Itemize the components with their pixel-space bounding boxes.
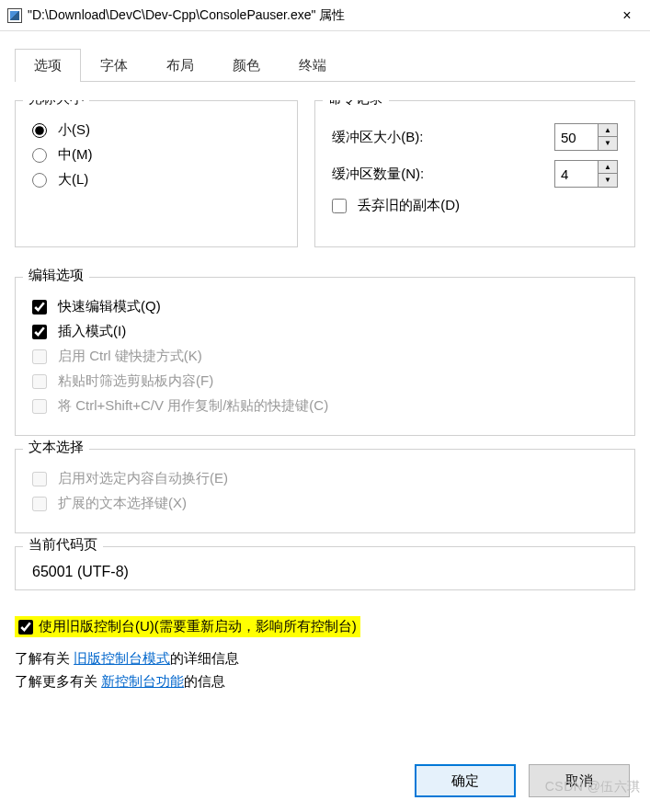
tab-options[interactable]: 选项 [15, 49, 81, 82]
wrap-select-checkbox [32, 472, 47, 486]
dialog-body: 选项 字体 布局 颜色 终端 光标大小 小(S) 中(M) 大(L) [0, 31, 650, 812]
ctrl-shift-checkbox [32, 399, 47, 414]
ctrl-shortcut-row: 启用 Ctrl 键快捷方式(K) [32, 348, 618, 365]
legacy-info-2: 了解更多有关 新控制台功能的信息 [15, 673, 635, 691]
buffer-size-row: 缓冲区大小(B): ▲ ▼ [332, 123, 618, 151]
cursor-large-row[interactable]: 大(L) [32, 171, 280, 189]
buffer-size-down[interactable]: ▼ [599, 137, 617, 150]
ext-select-label: 扩展的文本选择键(X) [58, 495, 187, 512]
text-select-group: 文本选择 启用对选定内容自动换行(E) 扩展的文本选择键(X) [15, 449, 635, 533]
edit-options-group: 编辑选项 快速编辑模式(Q) 插入模式(I) 启用 Ctrl 键快捷方式(K) … [15, 277, 635, 436]
tab-colors[interactable]: 颜色 [213, 49, 279, 82]
cmd-legend: 命令记录 [323, 100, 389, 108]
cmd-history-group: 命令记录 缓冲区大小(B): ▲ ▼ 缓冲区数量(N): [314, 100, 635, 247]
cursor-size-group: 光标大小 小(S) 中(M) 大(L) [15, 100, 298, 247]
cursor-large-label: 大(L) [58, 171, 88, 189]
app-icon [7, 8, 22, 23]
codepage-value: 65001 (UTF-8) [32, 560, 618, 584]
tab-font[interactable]: 字体 [81, 49, 147, 82]
ext-select-checkbox [32, 497, 47, 511]
legacy-mode-link[interactable]: 旧版控制台模式 [74, 650, 170, 666]
buffer-size-input[interactable] [555, 124, 598, 150]
quick-edit-row[interactable]: 快速编辑模式(Q) [32, 298, 618, 315]
textsel-legend: 文本选择 [23, 439, 89, 456]
cursor-small-label: 小(S) [58, 121, 90, 139]
codepage-legend: 当前代码页 [23, 536, 103, 554]
tab-terminal[interactable]: 终端 [279, 49, 346, 82]
cursor-medium-radio[interactable] [32, 148, 47, 163]
paste-filter-checkbox [32, 374, 47, 389]
legacy-info-1: 了解有关 旧版控制台模式的详细信息 [15, 650, 635, 668]
buffer-size-label: 缓冲区大小(B): [332, 129, 423, 146]
quick-edit-label: 快速编辑模式(Q) [58, 298, 161, 315]
ctrl-shift-label: 将 Ctrl+Shift+C/V 用作复制/粘贴的快捷键(C) [58, 397, 328, 415]
discard-old-row[interactable]: 丢弃旧的副本(D) [332, 197, 618, 214]
quick-edit-checkbox[interactable] [32, 300, 47, 315]
titlebar: "D:\Download\DevC\Dev-Cpp\ConsolePauser.… [0, 0, 650, 31]
codepage-group: 当前代码页 65001 (UTF-8) [15, 546, 635, 590]
legacy-console-row[interactable]: 使用旧版控制台(U)(需要重新启动，影响所有控制台) [15, 616, 360, 637]
cancel-button[interactable]: 取消 [529, 764, 630, 797]
ctrl-shortcut-checkbox [32, 349, 47, 364]
edit-legend: 编辑选项 [23, 267, 89, 284]
tab-content: 光标大小 小(S) 中(M) 大(L) 命令记录 缓冲区大小(B): [15, 100, 635, 751]
buffer-count-label: 缓冲区数量(N): [332, 166, 424, 183]
cursor-small-radio[interactable] [32, 123, 47, 138]
close-button[interactable]: × [606, 0, 648, 31]
cursor-large-radio[interactable] [32, 173, 47, 188]
wrap-select-row: 启用对选定内容自动换行(E) [32, 470, 618, 487]
discard-old-label: 丢弃旧的副本(D) [358, 197, 460, 214]
window-title: "D:\Download\DevC\Dev-Cpp\ConsolePauser.… [28, 7, 606, 24]
discard-old-checkbox[interactable] [332, 199, 347, 213]
ext-select-row: 扩展的文本选择键(X) [32, 495, 618, 512]
buffer-count-down[interactable]: ▼ [599, 174, 617, 187]
cursor-small-row[interactable]: 小(S) [32, 121, 280, 139]
buffer-size-up[interactable]: ▲ [599, 124, 617, 137]
cursor-legend: 光标大小 [23, 100, 89, 108]
legacy-console-checkbox[interactable] [18, 620, 33, 635]
cursor-medium-row[interactable]: 中(M) [32, 146, 280, 164]
ok-button[interactable]: 确定 [415, 764, 516, 797]
paste-filter-label: 粘贴时筛选剪贴板内容(F) [58, 372, 213, 390]
buffer-count-up[interactable]: ▲ [599, 161, 617, 174]
cursor-medium-label: 中(M) [58, 146, 93, 164]
insert-mode-label: 插入模式(I) [58, 323, 126, 340]
buffer-size-spinner[interactable]: ▲ ▼ [554, 123, 618, 151]
buffer-count-row: 缓冲区数量(N): ▲ ▼ [332, 160, 618, 188]
legacy-console-label: 使用旧版控制台(U)(需要重新启动，影响所有控制台) [39, 618, 357, 635]
ctrl-shortcut-label: 启用 Ctrl 键快捷方式(K) [58, 348, 202, 365]
new-console-link[interactable]: 新控制台功能 [101, 673, 184, 689]
paste-filter-row: 粘贴时筛选剪贴板内容(F) [32, 372, 618, 390]
buffer-count-input[interactable] [555, 161, 598, 187]
tab-layout[interactable]: 布局 [147, 49, 213, 82]
ctrl-shift-row: 将 Ctrl+Shift+C/V 用作复制/粘贴的快捷键(C) [32, 397, 618, 415]
dialog-footer: 确定 取消 [15, 751, 635, 803]
insert-mode-checkbox[interactable] [32, 325, 47, 339]
tabs: 选项 字体 布局 颜色 终端 [15, 48, 635, 82]
buffer-count-spinner[interactable]: ▲ ▼ [554, 160, 618, 188]
insert-mode-row[interactable]: 插入模式(I) [32, 323, 618, 340]
wrap-select-label: 启用对选定内容自动换行(E) [58, 470, 228, 487]
